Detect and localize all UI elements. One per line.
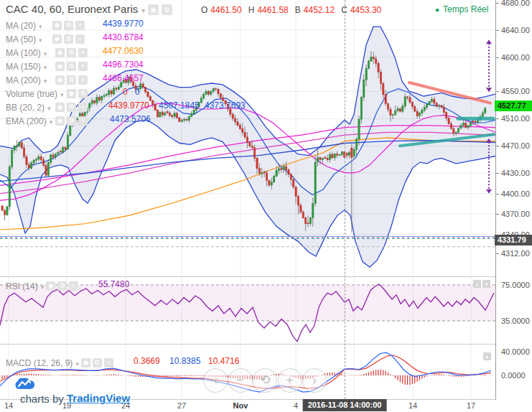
rsi-legend-row: RSI (14)▾◉⚙× 55.7480 bbox=[6, 279, 78, 291]
legend-value: 4473.5706 bbox=[110, 114, 151, 124]
close-icon[interactable]: × bbox=[104, 358, 113, 367]
price-tick-label: 4470.00 bbox=[501, 141, 530, 150]
gear-icon[interactable]: ⚙ bbox=[67, 48, 76, 57]
tick-mark bbox=[496, 91, 499, 92]
chevron-down-icon[interactable]: ▾ bbox=[75, 360, 79, 367]
reset-view-button[interactable]: ⟲ bbox=[253, 368, 277, 393]
close-icon[interactable]: × bbox=[78, 116, 88, 126]
scroll-left-button[interactable]: ‹ bbox=[203, 368, 228, 393]
gear-icon[interactable]: ⚙ bbox=[67, 75, 76, 85]
gear-icon[interactable]: ⚙ bbox=[64, 34, 73, 44]
gear-icon[interactable]: ⚙ bbox=[67, 116, 76, 126]
legend-value: 4373.7693 bbox=[205, 100, 246, 111]
symbol-title[interactable]: CAC 40, 60, Euronext Paris bbox=[6, 3, 138, 15]
chevron-down-icon[interactable]: ▾ bbox=[44, 78, 47, 85]
eye-icon[interactable]: ◉ bbox=[81, 358, 90, 367]
chevron-down-icon[interactable]: ▾ bbox=[39, 23, 42, 30]
close-icon[interactable]: × bbox=[78, 48, 88, 57]
rsi-label[interactable]: RSI (14) bbox=[6, 281, 38, 291]
legend-label-ma50[interactable]: MA (50) bbox=[6, 34, 36, 45]
gear-icon[interactable]: ⚙ bbox=[67, 62, 76, 71]
realtime-status: ●Temps Réel bbox=[435, 4, 488, 14]
price-axis[interactable]: 4680.004640.004600.004550.004510.004470.… bbox=[495, 0, 532, 412]
gear-icon[interactable]: ⚙ bbox=[67, 103, 76, 112]
eye-icon[interactable]: ◉ bbox=[55, 62, 65, 71]
close-icon[interactable]: × bbox=[78, 75, 88, 85]
macd-label[interactable]: MACD (12, 26, 9) bbox=[6, 358, 73, 368]
chevron-down-icon[interactable]: ▾ bbox=[47, 105, 51, 112]
eye-icon[interactable]: ◉ bbox=[55, 103, 65, 112]
chevron-down-icon[interactable]: ▾ bbox=[44, 64, 47, 71]
eye-icon[interactable]: ◉ bbox=[52, 21, 62, 30]
tradingview-logo-icon bbox=[14, 377, 36, 392]
tick-mark bbox=[496, 57, 499, 58]
pane-separator-main-rsi[interactable] bbox=[0, 276, 532, 277]
close-icon[interactable]: × bbox=[75, 34, 85, 44]
legend-label-ma200[interactable]: MA (200) bbox=[6, 75, 41, 85]
legend-value: 4439.9770 bbox=[103, 19, 144, 29]
eye-icon[interactable]: ◉ bbox=[55, 116, 65, 126]
rsi-value: 55.7480 bbox=[98, 279, 129, 289]
legend-label-ma100[interactable]: MA (100) bbox=[6, 48, 41, 58]
tick-mark bbox=[496, 253, 499, 254]
eye-icon[interactable]: ◉ bbox=[148, 4, 159, 15]
legend-label-ma20[interactable]: MA (20) bbox=[6, 21, 36, 31]
gear-icon[interactable]: ⚙ bbox=[93, 358, 102, 367]
gear-icon[interactable]: ⚙ bbox=[78, 89, 88, 98]
legend-value: 0 bbox=[135, 87, 140, 97]
rsi-pane-down-button[interactable]: ▾ bbox=[482, 280, 490, 288]
time-tick-label: 14 bbox=[4, 401, 13, 410]
legend-value: 0 bbox=[123, 87, 128, 97]
zoom-out-button[interactable]: − bbox=[228, 368, 253, 393]
macd-pane-up-button[interactable]: ▴ bbox=[483, 352, 491, 360]
legend-label-volume[interactable]: Volume (true) bbox=[6, 89, 57, 99]
ohlc-value: 4461.50 bbox=[210, 5, 241, 15]
chevron-down-icon[interactable]: ▾ bbox=[39, 37, 42, 44]
ohlc-key: O bbox=[201, 5, 207, 15]
macd-legend-row: MACD (12, 26, 9)▾◉⚙× 0.366910.838510.471… bbox=[6, 356, 113, 367]
eye-icon[interactable]: ◉ bbox=[55, 75, 65, 85]
ohlc-value: 4461.58 bbox=[257, 5, 288, 15]
legend-label-bb[interactable]: BB (20, 2) bbox=[6, 103, 45, 113]
close-icon[interactable]: × bbox=[78, 103, 88, 112]
time-tick-label: 14 bbox=[409, 401, 417, 410]
legend-value: 4507.1845 bbox=[159, 100, 200, 111]
ohlc-key: H bbox=[248, 5, 255, 15]
chevron-down-icon[interactable]: ▾ bbox=[60, 91, 64, 98]
time-tick-label: Nov bbox=[233, 401, 248, 410]
legend-row-ma100: MA (100)▾◉⚙×4477.0630 bbox=[6, 46, 47, 57]
eye-icon[interactable]: ◉ bbox=[46, 281, 55, 291]
eye-icon[interactable]: ◉ bbox=[52, 34, 62, 44]
tradingview-link[interactable]: TradingView bbox=[67, 392, 130, 404]
legend-label-ema200[interactable]: EMA (200) bbox=[6, 116, 47, 126]
chevron-down-icon[interactable]: ▾ bbox=[141, 6, 145, 14]
chevron-down-icon[interactable]: ▾ bbox=[41, 284, 45, 291]
tradingview-attribution: charts by TradingView bbox=[14, 377, 130, 405]
gear-icon[interactable]: ⚙ bbox=[64, 21, 73, 30]
close-icon[interactable]: × bbox=[75, 21, 85, 30]
close-icon[interactable]: × bbox=[69, 281, 78, 291]
pane-separator-rsi-macd[interactable] bbox=[0, 344, 532, 345]
eye-icon[interactable]: ◉ bbox=[55, 48, 65, 57]
legend-label-ma150[interactable]: MA (150) bbox=[6, 62, 41, 72]
macd-upper-tick: 40.0000 bbox=[501, 347, 530, 356]
gear-icon[interactable]: ⚙ bbox=[162, 4, 172, 15]
gear-icon[interactable]: ⚙ bbox=[57, 281, 67, 291]
price-tick-label: 4430.00 bbox=[501, 169, 530, 177]
ohlc-key: B bbox=[295, 5, 301, 15]
scroll-right-button[interactable]: › bbox=[302, 368, 327, 393]
rsi-lower-tick: 35.0000 bbox=[501, 317, 530, 325]
legend-row-ma20: MA (20)▾◉⚙×4439.9770 bbox=[6, 19, 42, 30]
chevron-down-icon[interactable]: ▾ bbox=[50, 118, 53, 126]
rsi-upper-tick: 75.0000 bbox=[501, 281, 530, 289]
rsi-pane-up-button[interactable]: ▴ bbox=[473, 280, 481, 288]
close-icon[interactable]: × bbox=[78, 62, 88, 71]
legend-row-bb: BB (20, 2)▾◉⚙×4439.97704507.18454373.769… bbox=[6, 100, 51, 112]
legend-row-ma200: MA (200)▾◉⚙×4486.4657 bbox=[6, 73, 47, 85]
eye-icon[interactable]: ◉ bbox=[67, 89, 76, 98]
macd-zero-tick: 0.0000 bbox=[501, 371, 526, 380]
price-tick-label: 4370.00 bbox=[501, 210, 530, 218]
chevron-down-icon[interactable]: ▾ bbox=[44, 50, 47, 57]
crosshair-date-badge: 2016-11-08 14:00:00 bbox=[303, 399, 387, 411]
zoom-in-button[interactable]: + bbox=[278, 368, 302, 393]
